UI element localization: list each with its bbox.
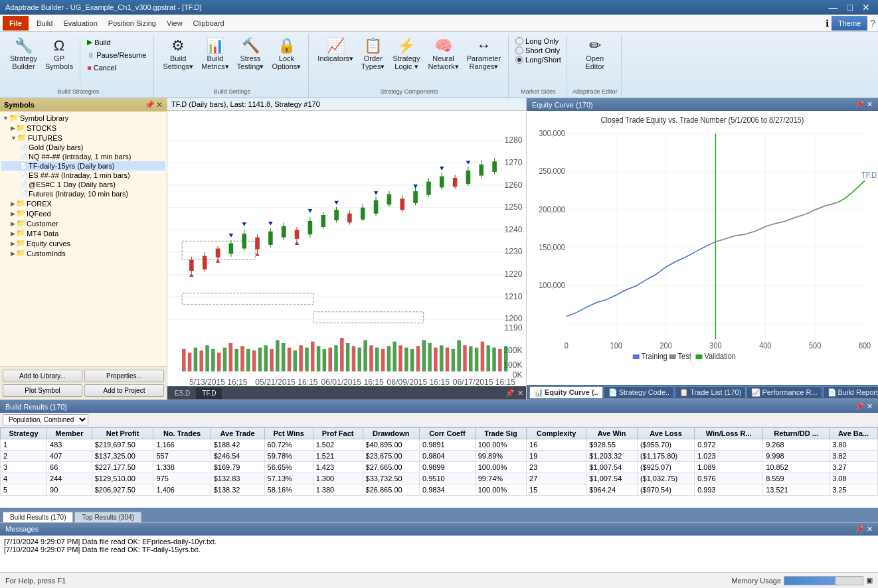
table-row[interactable]: 4 244 $129,510.00 975 $132.83 57.13% 1.3… bbox=[1, 473, 878, 484]
add-to-library-button[interactable]: Add to Library... bbox=[3, 370, 82, 382]
svg-rect-132 bbox=[463, 345, 467, 371]
svg-text:200K: 200K bbox=[503, 345, 523, 354]
eq-tab-trade-list[interactable]: 📋 Trade List (170) bbox=[675, 386, 746, 399]
population-dropdown[interactable]: Population, Combined bbox=[3, 414, 88, 425]
col-drawdown[interactable]: Drawdown bbox=[363, 428, 419, 439]
tab-build-results[interactable]: Build Results (170) bbox=[3, 512, 73, 522]
tree-item-customer[interactable]: ▶ 📁 Customer bbox=[1, 218, 165, 228]
chart-tab-tfd[interactable]: TF.D bbox=[196, 388, 222, 399]
long-short-option[interactable]: Long/Short bbox=[515, 56, 561, 64]
neural-network-button[interactable]: 🧠 NeuralNetwork▾ bbox=[424, 36, 462, 74]
eq-tab-equity-curve[interactable]: 📊 Equity Curve (.. bbox=[529, 386, 603, 399]
symbols-close-button[interactable]: ✕ bbox=[156, 100, 163, 110]
tree-item-esc1[interactable]: 📄 @ES#C 1 Day (Daily bars) bbox=[1, 180, 165, 189]
tree-item-es[interactable]: 📄 ES ##-## (Intraday, 1 min bars) bbox=[1, 171, 165, 180]
tree-item-nq[interactable]: 📄 NQ ##-## (Intraday, 1 min bars) bbox=[1, 152, 165, 161]
tree-item-mt4[interactable]: ▶ 📁 MT4 Data bbox=[1, 228, 165, 238]
col-strategy[interactable]: Strategy bbox=[1, 428, 47, 439]
tab-top-results[interactable]: Top Results (304) bbox=[74, 512, 141, 522]
symbols-pin-button[interactable]: 📌 bbox=[145, 100, 155, 110]
plot-symbol-button[interactable]: Plot Symbol bbox=[3, 384, 82, 397]
eq-tab-performance[interactable]: 📈 Performance R... bbox=[746, 386, 822, 399]
table-row[interactable]: 3 66 $227,177.50 1,338 $169.79 56.65% 1.… bbox=[1, 462, 878, 473]
open-editor-button[interactable]: ✏ OpenEditor bbox=[580, 36, 610, 73]
table-row[interactable]: 2 407 $137,325.00 557 $246.54 59.78% 1.5… bbox=[1, 451, 878, 462]
col-prof-fact[interactable]: Prof Fact bbox=[313, 428, 363, 439]
long-only-radio[interactable] bbox=[515, 37, 523, 45]
tree-item-iqfeed[interactable]: ▶ 📁 IQFeed bbox=[1, 208, 165, 218]
tree-item-custominds[interactable]: ▶ 📁 CustomInds bbox=[1, 248, 165, 258]
candlestick-chart-body[interactable]: 1280 1270 1260 1250 1240 1230 1220 1210 … bbox=[167, 111, 526, 386]
results-table-wrap[interactable]: Strategy Member Net Profit No. Trades Av… bbox=[0, 427, 878, 508]
col-ave-win[interactable]: Ave Win bbox=[586, 428, 638, 439]
properties-button[interactable]: Properties... bbox=[84, 370, 164, 382]
expand-symbol-library: ▼ bbox=[3, 115, 9, 121]
menu-build[interactable]: Build bbox=[31, 16, 58, 31]
lock-options-button[interactable]: 🔒 LockOptions▾ bbox=[268, 36, 304, 74]
tree-item-stocks[interactable]: ▶ 📁 STOCKS bbox=[1, 123, 165, 133]
indicators-button[interactable]: 📈 Indicators▾ bbox=[314, 36, 357, 66]
minimize-button[interactable]: — bbox=[826, 2, 841, 13]
order-types-button[interactable]: 📋 OrderTypes▾ bbox=[358, 36, 388, 74]
col-ave-ba[interactable]: Ave Ba... bbox=[830, 428, 878, 439]
strategy-builder-button[interactable]: 🔧 StrategyBuilder bbox=[7, 36, 41, 73]
tree-item-gold[interactable]: 📄 Gold (Daily bars) bbox=[1, 143, 165, 152]
tree-item-futures-intraday[interactable]: 📄 Futures (Intraday, 10 min bars) bbox=[1, 189, 165, 198]
short-only-radio[interactable] bbox=[515, 46, 523, 54]
maximize-button[interactable]: □ bbox=[845, 2, 855, 13]
col-trade-sig[interactable]: Trade Sig bbox=[475, 428, 526, 439]
gp-symbols-button[interactable]: Ω GPSymbols bbox=[42, 36, 76, 73]
eq-tab-build-report[interactable]: 📄 Build Report (... bbox=[823, 386, 878, 399]
short-only-option[interactable]: Short Only bbox=[515, 46, 561, 54]
tree-item-tf-daily[interactable]: 📄 TF-daily-15yrs (Daily bars) bbox=[1, 161, 165, 171]
strategy-logic-button[interactable]: ⚡ StrategyLogic ▾ bbox=[389, 36, 423, 74]
parameter-ranges-button[interactable]: ↔ ParameterRanges▾ bbox=[464, 36, 504, 74]
menu-position-sizing[interactable]: Position Sizing bbox=[103, 16, 161, 31]
build-results-pin-icon[interactable]: 📌 bbox=[855, 402, 864, 411]
memory-detail-icon[interactable]: ▣ bbox=[866, 576, 873, 585]
col-win-loss[interactable]: Win/Loss R... bbox=[695, 428, 763, 439]
col-ave-trade[interactable]: Ave Trade bbox=[211, 428, 264, 439]
long-only-option[interactable]: Long Only bbox=[515, 37, 561, 45]
tree-item-forex[interactable]: ▶ 📁 FOREX bbox=[1, 198, 165, 208]
col-ave-loss[interactable]: Ave Loss bbox=[637, 428, 694, 439]
theme-button[interactable]: Theme bbox=[832, 16, 867, 31]
chart-close-icon[interactable]: ✕ bbox=[517, 389, 523, 398]
messages-close-icon[interactable]: ✕ bbox=[867, 525, 873, 534]
col-return-dd[interactable]: Return/DD ... bbox=[763, 428, 830, 439]
menu-clipboard[interactable]: Clipboard bbox=[188, 16, 230, 31]
messages-pin-icon[interactable]: 📌 bbox=[855, 525, 864, 534]
build-results-close-icon[interactable]: ✕ bbox=[867, 402, 873, 411]
svg-text:1240: 1240 bbox=[505, 225, 523, 234]
table-row[interactable]: 1 483 $219,697.50 1,166 $188.42 60.72% 1… bbox=[1, 439, 878, 451]
build-settings-button[interactable]: ⚙ BuildSettings▾ bbox=[159, 36, 197, 74]
long-short-radio[interactable] bbox=[515, 56, 523, 64]
col-net-profit[interactable]: Net Profit bbox=[92, 428, 153, 439]
eq-tab-strategy-code[interactable]: 📄 Strategy Code.. bbox=[604, 386, 674, 399]
col-member[interactable]: Member bbox=[47, 428, 92, 439]
build-button[interactable]: ▶ Build bbox=[84, 36, 149, 48]
col-complexity[interactable]: Complexity bbox=[527, 428, 586, 439]
col-pct-wins[interactable]: Pct Wins bbox=[264, 428, 313, 439]
tree-item-equity-curves[interactable]: ▶ 📁 Equity curves bbox=[1, 238, 165, 248]
cancel-button[interactable]: ■ Cancel bbox=[84, 62, 149, 74]
symbols-tree[interactable]: ▼ 📁 Symbol Library ▶ 📁 STOCKS ▼ 📁 FUTURE… bbox=[0, 111, 167, 366]
menu-evaluation[interactable]: Evaluation bbox=[58, 16, 102, 31]
tree-item-symbol-library[interactable]: ▼ 📁 Symbol Library bbox=[1, 113, 165, 123]
col-corr-coeff[interactable]: Corr Coeff bbox=[419, 428, 475, 439]
chart-pin-icon[interactable]: 📌 bbox=[505, 389, 515, 398]
stress-testing-button[interactable]: 🔨 StressTesting▾ bbox=[234, 36, 268, 74]
tree-item-futures[interactable]: ▼ 📁 FUTURES bbox=[1, 133, 165, 143]
pause-resume-button[interactable]: ⏸ Pause/Resume bbox=[84, 49, 149, 61]
close-button[interactable]: ✕ bbox=[859, 2, 873, 13]
chart-tab-esd[interactable]: ES.D bbox=[169, 388, 196, 399]
add-to-project-button[interactable]: Add to Project bbox=[84, 384, 164, 397]
equity-close-icon[interactable]: ✕ bbox=[867, 100, 873, 109]
help-icon[interactable]: ? bbox=[870, 18, 875, 29]
menu-view[interactable]: View bbox=[161, 16, 188, 31]
equity-pin-icon[interactable]: 📌 bbox=[855, 100, 864, 109]
col-no-trades[interactable]: No. Trades bbox=[153, 428, 211, 439]
menu-file[interactable]: File bbox=[3, 16, 29, 31]
build-metrics-button[interactable]: 📊 BuildMetrics▾ bbox=[198, 36, 232, 74]
table-row[interactable]: 5 90 $206,927.50 1,406 $138.32 58.16% 1.… bbox=[1, 484, 878, 496]
